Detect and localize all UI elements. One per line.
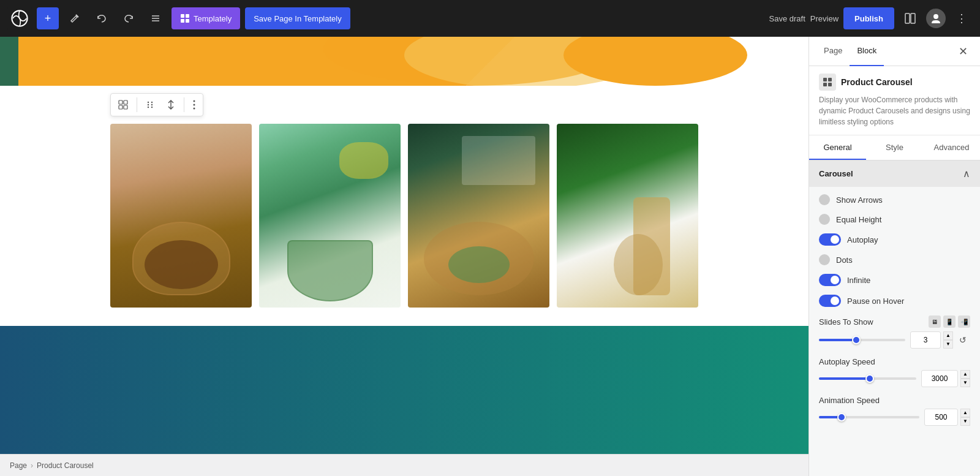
slides-number-input[interactable] — [910, 331, 941, 349]
product-card: Sale — [408, 124, 549, 308]
save-draft-button[interactable]: Save draft — [769, 14, 805, 23]
slides-reset-button[interactable]: ↺ — [956, 333, 970, 347]
carousel-container: Sale Sale Sale — [0, 124, 809, 326]
tab-style[interactable]: Style — [866, 135, 923, 160]
svg-point-18 — [148, 102, 149, 103]
svg-point-22 — [148, 107, 149, 108]
animation-speed-number-input[interactable] — [924, 409, 958, 426]
add-block-button[interactable]: + — [37, 7, 59, 29]
autoplay-speed-stepper: ▲ ▼ — [960, 370, 970, 387]
divider — [184, 97, 184, 112]
autoplay-label: Autoplay — [847, 235, 970, 244]
tab-page[interactable]: Page — [816, 37, 850, 66]
equal-height-row: Equal Height — [819, 214, 970, 225]
more-options-button[interactable]: ⋮ — [951, 7, 973, 29]
undo-button[interactable] — [91, 7, 113, 29]
view-toggle-button[interactable] — [899, 7, 921, 29]
autoplay-speed-increment[interactable]: ▲ — [960, 370, 970, 379]
show-arrows-row: Show Arrows — [819, 194, 970, 205]
tab-general[interactable]: General — [809, 135, 866, 160]
breadcrumb-current: Product Carousel — [37, 461, 94, 470]
main-area: Sale Sale Sale — [0, 37, 980, 476]
animation-speed-increment[interactable]: ▲ — [960, 409, 970, 417]
equal-height-toggle[interactable] — [819, 214, 830, 225]
section-title: Carousel — [819, 169, 853, 178]
save-templately-button[interactable]: Save Page In Templately — [245, 7, 350, 29]
slides-stepper: ▲ ▼ — [943, 331, 953, 349]
tab-advanced[interactable]: Advanced — [923, 135, 980, 160]
equal-height-label: Equal Height — [836, 215, 970, 224]
right-sidebar: Page Block ✕ Product Carousel Display yo… — [809, 37, 980, 476]
product-card: Sale — [259, 124, 401, 308]
redo-button[interactable] — [118, 7, 140, 29]
svg-rect-13 — [0, 37, 17, 86]
infinite-label: Infinite — [847, 276, 970, 285]
animation-speed-input: ▲ ▼ — [924, 409, 970, 426]
breadcrumb: Page › Product Carousel — [0, 454, 809, 476]
animation-speed-label-row: Animation Speed — [819, 396, 970, 405]
svg-rect-7 — [186, 19, 189, 23]
slides-value-input: ▲ ▼ ↺ — [910, 331, 970, 349]
show-arrows-toggle[interactable] — [819, 194, 830, 205]
slides-decrement[interactable]: ▼ — [943, 340, 953, 349]
svg-point-10 — [933, 14, 938, 19]
section-body: Show Arrows Equal Height Autoplay Dots — [809, 187, 980, 433]
autoplay-speed-input: ▲ ▼ — [921, 370, 970, 387]
svg-point-21 — [151, 104, 153, 105]
preview-button[interactable]: Preview — [810, 14, 839, 23]
dots-toggle[interactable] — [819, 254, 830, 265]
slides-increment[interactable]: ▲ — [943, 331, 953, 340]
drag-handle[interactable] — [141, 97, 159, 113]
main-toolbar: + Templately Sav — [0, 0, 980, 37]
svg-rect-15 — [124, 100, 127, 104]
block-icon — [819, 74, 836, 91]
svg-rect-4 — [181, 14, 184, 18]
templately-button[interactable]: Templately — [172, 7, 240, 29]
autoplay-row: Autoplay — [819, 233, 970, 246]
mobile-icon[interactable]: 📲 — [958, 315, 970, 328]
block-title: Product Carousel — [841, 77, 913, 87]
publish-button[interactable]: Publish — [843, 7, 894, 29]
svg-point-25 — [194, 104, 195, 106]
autoplay-speed-number-input[interactable] — [921, 370, 958, 387]
animation-speed-decrement[interactable]: ▼ — [960, 417, 970, 426]
section-collapse-icon: ∧ — [963, 168, 970, 179]
tab-block[interactable]: Block — [850, 37, 884, 66]
infinite-toggle[interactable] — [819, 274, 841, 286]
svg-rect-17 — [124, 105, 127, 109]
pause-hover-row: Pause on Hover — [819, 295, 970, 307]
breadcrumb-page-link[interactable]: Page — [10, 461, 27, 470]
block-type-button[interactable] — [113, 96, 133, 113]
desktop-icon[interactable]: 🖥 — [929, 315, 941, 328]
list-view-button[interactable] — [145, 7, 167, 29]
svg-rect-14 — [119, 100, 123, 104]
breadcrumb-separator: › — [31, 461, 33, 470]
block-toolbar — [110, 93, 203, 116]
product-card — [110, 124, 252, 308]
move-up-down-button[interactable] — [162, 96, 180, 113]
svg-rect-29 — [823, 83, 827, 86]
wp-logo[interactable] — [7, 6, 32, 31]
user-avatar-button[interactable] — [926, 9, 946, 28]
carousel-section-header[interactable]: Carousel ∧ — [809, 161, 980, 187]
svg-rect-27 — [823, 78, 827, 81]
tablet-icon[interactable]: 📱 — [943, 315, 956, 328]
block-options-button[interactable] — [188, 96, 200, 113]
autoplay-speed-decrement[interactable]: ▼ — [960, 379, 970, 387]
pause-hover-toggle[interactable] — [819, 295, 841, 307]
carousel-section: Carousel ∧ Show Arrows Equal Height Aut — [809, 161, 980, 433]
svg-point-20 — [148, 104, 149, 105]
svg-rect-28 — [828, 78, 832, 81]
close-sidebar-button[interactable]: ✕ — [953, 42, 973, 61]
panel-tabs: General Style Advanced — [809, 135, 980, 161]
canvas-decoration — [0, 37, 809, 86]
autoplay-toggle[interactable] — [819, 233, 841, 246]
dots-label: Dots — [836, 255, 970, 265]
slides-label-row: Slides To Show 🖥 📱 📲 — [819, 315, 970, 328]
animation-speed-row: Animation Speed ▲ ▼ — [819, 396, 970, 426]
svg-rect-8 — [905, 13, 910, 23]
tools-button[interactable] — [64, 7, 86, 29]
dots-row: Dots — [819, 254, 970, 265]
svg-point-24 — [194, 100, 195, 102]
pause-hover-label: Pause on Hover — [847, 297, 970, 306]
